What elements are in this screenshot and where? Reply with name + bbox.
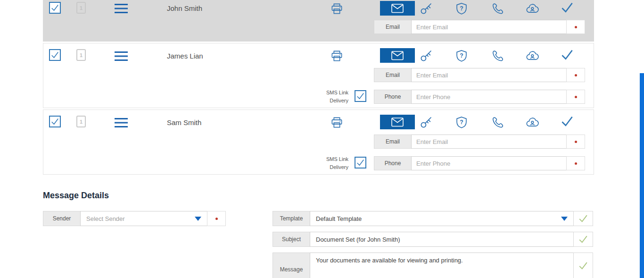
email-input[interactable] xyxy=(411,68,567,82)
phone-field-row: Phone xyxy=(374,90,585,104)
recipient-row-0: 1 John Smith Email xyxy=(43,0,594,42)
template-label: Template xyxy=(272,211,310,226)
drag-handle-icon[interactable] xyxy=(114,118,128,128)
email-input[interactable] xyxy=(411,135,567,149)
printer-icon[interactable] xyxy=(330,49,344,63)
document-count-icon: 1 xyxy=(76,116,86,127)
checkmark-icon xyxy=(50,3,59,12)
phone-required-indicator xyxy=(566,90,585,104)
sender-select-value: Select Sender xyxy=(86,215,125,222)
valid-check-icon xyxy=(578,261,588,271)
email-required-indicator xyxy=(566,68,585,82)
subject-input[interactable] xyxy=(310,232,574,247)
access-key-icon[interactable] xyxy=(419,1,433,16)
subject-valid-indicator xyxy=(573,232,593,247)
printer-icon[interactable] xyxy=(330,1,344,16)
subject-label: Subject xyxy=(272,232,310,247)
chevron-down-icon[interactable] xyxy=(195,217,201,221)
phone-call-icon[interactable] xyxy=(490,49,504,63)
message-textarea[interactable]: Your documents are available for viewing… xyxy=(310,253,574,278)
phone-input[interactable] xyxy=(411,90,567,104)
sender-label: Sender xyxy=(43,211,81,226)
email-input[interactable] xyxy=(411,20,567,34)
drag-handle-icon[interactable] xyxy=(114,3,128,14)
phone-call-icon[interactable] xyxy=(490,115,504,129)
required-dot-icon xyxy=(575,141,577,143)
recipient-select-checkbox[interactable] xyxy=(49,2,61,14)
email-delivery-button[interactable] xyxy=(380,48,415,63)
envelope-icon xyxy=(391,4,404,13)
template-select-value: Default Template xyxy=(316,215,362,222)
document-count-icon: 1 xyxy=(76,2,86,14)
message-label: Message xyxy=(272,253,310,278)
confirm-check-icon[interactable] xyxy=(560,114,574,128)
drag-handle-icon[interactable] xyxy=(114,51,128,61)
security-question-icon[interactable] xyxy=(454,49,469,63)
email-required-indicator xyxy=(566,135,585,149)
phone-label: Phone xyxy=(374,156,412,170)
sender-required-indicator xyxy=(207,211,226,226)
email-field-row: Email xyxy=(374,68,585,82)
cloud-account-icon[interactable] xyxy=(525,49,539,63)
access-key-icon[interactable] xyxy=(419,115,433,129)
message-field-row: Message Your documents are available for… xyxy=(272,253,593,278)
checkmark-icon xyxy=(356,158,365,167)
email-delivery-button[interactable] xyxy=(380,1,415,16)
recipient-name: Sam Smith xyxy=(167,118,201,126)
cloud-account-icon[interactable] xyxy=(525,1,539,16)
chevron-down-icon[interactable] xyxy=(561,217,568,221)
sms-link-delivery-label: SMS Link Delivery xyxy=(306,155,348,171)
sms-link-delivery-checkbox[interactable] xyxy=(355,90,366,102)
printer-icon[interactable] xyxy=(330,115,344,129)
email-field-row: Email xyxy=(374,20,585,34)
access-key-icon[interactable] xyxy=(419,49,433,63)
message-details-heading: Message Details xyxy=(43,191,109,201)
recipient-select-checkbox[interactable] xyxy=(49,116,61,127)
phone-input[interactable] xyxy=(411,156,567,170)
email-delivery-button[interactable] xyxy=(380,115,415,129)
document-delivery-screen: 1 John Smith Email 1 James Lian Email xyxy=(0,0,644,278)
document-count: 1 xyxy=(80,119,83,125)
sms-link-delivery-label: SMS Link Delivery xyxy=(306,89,348,105)
email-required-indicator xyxy=(566,20,585,34)
required-dot-icon xyxy=(575,96,577,98)
required-dot-icon xyxy=(575,26,577,28)
phone-required-indicator xyxy=(566,156,585,170)
required-dot-icon xyxy=(215,218,218,220)
email-field-row: Email xyxy=(374,135,585,149)
confirm-check-icon[interactable] xyxy=(560,0,574,15)
valid-check-icon xyxy=(578,213,588,224)
security-question-icon[interactable] xyxy=(454,115,469,129)
checkmark-icon xyxy=(50,117,59,126)
sms-link-delivery-checkbox[interactable] xyxy=(355,157,366,168)
cloud-account-icon[interactable] xyxy=(525,115,539,129)
sender-select[interactable]: Select Sender xyxy=(80,211,207,226)
subject-field-row: Subject xyxy=(272,232,593,247)
confirm-check-icon[interactable] xyxy=(560,48,574,62)
checkmark-icon xyxy=(356,92,365,101)
required-dot-icon xyxy=(575,74,577,76)
scrollbar-thumb[interactable] xyxy=(640,73,644,278)
phone-call-icon[interactable] xyxy=(490,1,504,16)
template-valid-indicator xyxy=(573,211,593,226)
recipient-row-2: 1 Sam Smith Email SMS Link Delivery Phon… xyxy=(43,110,594,175)
recipient-select-checkbox[interactable] xyxy=(49,49,61,61)
required-dot-icon xyxy=(575,162,577,165)
recipient-row-1: 1 James Lian Email SMS Link Delivery Pho… xyxy=(43,43,594,108)
email-label: Email xyxy=(374,20,412,34)
template-field-row: Template Default Template xyxy=(272,211,593,226)
document-count: 1 xyxy=(80,5,83,11)
recipient-name: James Lian xyxy=(167,52,203,60)
email-label: Email xyxy=(374,135,412,149)
document-count: 1 xyxy=(80,52,83,58)
template-select[interactable]: Default Template xyxy=(310,211,574,226)
envelope-icon xyxy=(391,118,404,127)
phone-field-row: Phone xyxy=(374,156,585,170)
envelope-icon xyxy=(391,51,404,60)
valid-check-icon xyxy=(578,234,588,244)
checkmark-icon xyxy=(50,51,59,59)
security-question-icon[interactable] xyxy=(454,1,469,16)
sender-field-row: Sender Select Sender xyxy=(43,211,226,226)
document-count-icon: 1 xyxy=(76,49,86,61)
phone-label: Phone xyxy=(374,90,412,104)
